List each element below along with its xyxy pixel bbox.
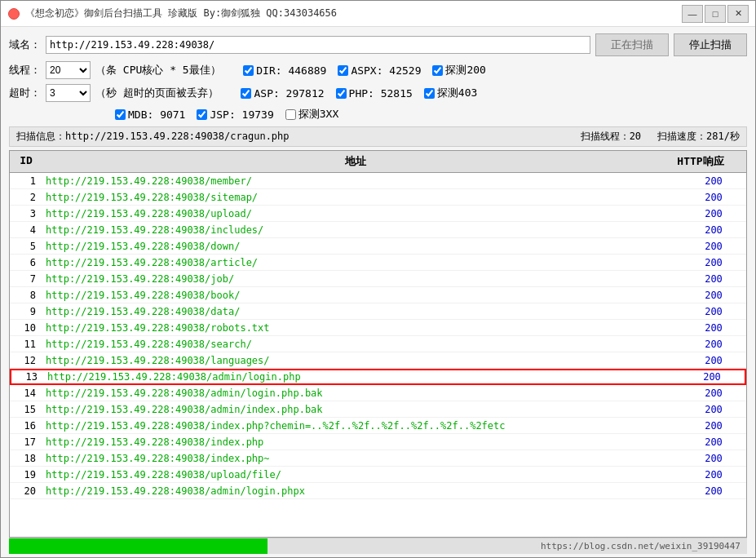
domain-row: 域名： 正在扫描 停止扫描 bbox=[9, 33, 747, 56]
jsp-checkbox[interactable] bbox=[197, 109, 207, 120]
minimize-button[interactable]: — bbox=[682, 5, 703, 23]
cell-addr: http://219.153.49.228:49038/admin/login.… bbox=[44, 370, 679, 383]
php-checkbox-item: PHP: 52815 bbox=[336, 87, 413, 100]
table-row[interactable]: 18 http://219.153.49.228:49038/index.php… bbox=[10, 450, 746, 467]
table-row[interactable]: 3 http://219.153.49.228:49038/upload/ 20… bbox=[10, 206, 746, 222]
scan-button[interactable]: 正在扫描 bbox=[595, 33, 669, 56]
table-row[interactable]: 6 http://219.153.49.228:49038/article/ 2… bbox=[10, 255, 746, 271]
cell-addr: http://219.153.49.228:49038/index.php?ch… bbox=[42, 419, 681, 432]
timeout-select[interactable]: 3 5 10 bbox=[46, 84, 91, 102]
detect403-checkbox-item: 探测403 bbox=[424, 86, 477, 100]
cell-http: 200 bbox=[681, 419, 746, 432]
table-row[interactable]: 12 http://219.153.49.228:49038/languages… bbox=[10, 352, 746, 369]
progress-text: https://blog.csdn.net/weixin_39190447 bbox=[541, 541, 741, 551]
php-checkbox[interactable] bbox=[336, 88, 347, 99]
cell-id: 4 bbox=[10, 224, 42, 237]
cell-id: 19 bbox=[10, 468, 42, 481]
table-row[interactable]: 15 http://219.153.49.228:49038/admin/ind… bbox=[10, 401, 746, 418]
table-row[interactable]: 16 http://219.153.49.228:49038/index.php… bbox=[10, 418, 746, 434]
table-row[interactable]: 9 http://219.153.49.228:49038/data/ 200 bbox=[10, 303, 746, 320]
asp-checkbox-item: ASP: 297812 bbox=[241, 87, 324, 100]
detect200-checkbox-item: 探测200 bbox=[432, 63, 485, 78]
asp-checkbox[interactable] bbox=[241, 88, 251, 99]
dir-checkbox[interactable] bbox=[243, 65, 254, 76]
table-row[interactable]: 19 http://219.153.49.228:49038/upload/fi… bbox=[10, 467, 746, 483]
domain-input[interactable] bbox=[46, 36, 590, 54]
table-row[interactable]: 20 http://219.153.49.228:49038/admin/log… bbox=[10, 483, 746, 499]
cell-addr: http://219.153.49.228:49038/admin/login.… bbox=[42, 387, 681, 400]
maximize-button[interactable]: □ bbox=[705, 5, 726, 23]
cell-addr: http://219.153.49.228:49038/job/ bbox=[42, 272, 681, 286]
cell-addr: http://219.153.49.228:49038/sitemap/ bbox=[42, 191, 681, 204]
table-row[interactable]: 8 http://219.153.49.228:49038/book/ 200 bbox=[10, 287, 746, 303]
cell-addr: http://219.153.49.228:49038/admin/index.… bbox=[42, 403, 681, 416]
table-row[interactable]: 7 http://219.153.49.228:49038/job/ 200 bbox=[10, 271, 746, 287]
progress-bar-fill bbox=[9, 538, 267, 554]
mdb-checkbox[interactable] bbox=[115, 109, 126, 120]
close-button[interactable]: ✕ bbox=[727, 5, 749, 23]
cell-http: 200 bbox=[681, 207, 746, 220]
detect3xx-checkbox-item: 探测3XX bbox=[285, 107, 338, 122]
window-controls: — □ ✕ bbox=[682, 5, 749, 23]
cell-addr: http://219.153.49.228:49038/article/ bbox=[42, 256, 681, 269]
cell-http: 200 bbox=[681, 305, 746, 318]
cell-addr: http://219.153.49.228:49038/down/ bbox=[42, 240, 681, 253]
title-bar: 《想念初恋》御剑后台扫描工具 珍藏版 By:御剑狐独 QQ:343034656 … bbox=[1, 1, 755, 27]
table-header: ID 地址 HTTP响应 bbox=[10, 151, 746, 173]
header-addr: 地址 bbox=[42, 153, 668, 170]
cell-addr: http://219.153.49.228:49038/search/ bbox=[42, 338, 681, 351]
cell-http: 200 bbox=[681, 436, 746, 449]
cell-id: 5 bbox=[10, 240, 42, 253]
cell-id: 13 bbox=[11, 370, 44, 383]
cell-id: 20 bbox=[10, 485, 42, 498]
table-row[interactable]: 13 http://219.153.49.228:49038/admin/log… bbox=[10, 369, 746, 385]
aspx-label: ASPX: 42529 bbox=[351, 64, 421, 77]
table-row[interactable]: 1 http://219.153.49.228:49038/member/ 20… bbox=[10, 173, 746, 189]
detect403-checkbox[interactable] bbox=[424, 88, 435, 99]
timeout-note: （秒 超时的页面被丢弃） bbox=[95, 86, 219, 100]
cell-addr: http://219.153.49.228:49038/member/ bbox=[42, 175, 681, 188]
cell-http: 200 bbox=[681, 452, 746, 465]
cell-addr: http://219.153.49.228:49038/upload/file/ bbox=[42, 468, 681, 481]
table-row[interactable]: 10 http://219.153.49.228:49038/robots.tx… bbox=[10, 320, 746, 336]
detect403-label: 探测403 bbox=[437, 86, 477, 100]
cell-http: 200 bbox=[681, 485, 746, 498]
cell-id: 10 bbox=[10, 321, 42, 334]
php-label: PHP: 52815 bbox=[349, 87, 413, 100]
cell-http: 200 bbox=[681, 387, 746, 400]
detect200-checkbox[interactable] bbox=[432, 65, 443, 76]
cell-id: 1 bbox=[10, 175, 42, 188]
cell-addr: http://219.153.49.228:49038/book/ bbox=[42, 289, 681, 302]
cell-http: 200 bbox=[681, 468, 746, 481]
stop-button[interactable]: 停止扫描 bbox=[674, 33, 747, 56]
scan-thread-info: 扫描线程：20 bbox=[581, 130, 641, 144]
cell-http: 200 bbox=[681, 256, 746, 269]
cell-id: 8 bbox=[10, 289, 42, 302]
table-row[interactable]: 4 http://219.153.49.228:49038/includes/ … bbox=[10, 222, 746, 238]
cell-http: 200 bbox=[681, 403, 746, 416]
table-row[interactable]: 5 http://219.153.49.228:49038/down/ 200 bbox=[10, 238, 746, 255]
table-row[interactable]: 14 http://219.153.49.228:49038/admin/log… bbox=[10, 385, 746, 401]
aspx-checkbox[interactable] bbox=[338, 65, 348, 76]
thread-note: （条 CPU核心 * 5最佳） bbox=[95, 63, 221, 78]
cell-id: 16 bbox=[10, 419, 42, 432]
scan-info-right: 扫描线程：20 扫描速度：281/秒 bbox=[581, 130, 740, 144]
cell-addr: http://219.153.49.228:49038/languages/ bbox=[42, 354, 681, 367]
table-row[interactable]: 2 http://219.153.49.228:49038/sitemap/ 2… bbox=[10, 189, 746, 206]
cell-id: 3 bbox=[10, 207, 42, 220]
thread-select[interactable]: 20 10 50 bbox=[46, 61, 91, 79]
cell-http: 200 bbox=[681, 321, 746, 334]
table-row[interactable]: 11 http://219.153.49.228:49038/search/ 2… bbox=[10, 336, 746, 352]
cell-id: 17 bbox=[10, 436, 42, 449]
cell-addr: http://219.153.49.228:49038/index.php~ bbox=[42, 452, 681, 465]
cell-id: 18 bbox=[10, 452, 42, 465]
cell-id: 15 bbox=[10, 403, 42, 416]
table-body[interactable]: 1 http://219.153.49.228:49038/member/ 20… bbox=[10, 173, 746, 537]
extra-row: MDB: 9071 JSP: 19739 探测3XX bbox=[115, 107, 747, 122]
table-row[interactable]: 17 http://219.153.49.228:49038/index.php… bbox=[10, 434, 746, 450]
scan-info-url: 扫描信息：http://219.153.49.228:49038/cragun.… bbox=[16, 130, 290, 144]
dir-label: DIR: 446889 bbox=[256, 64, 326, 77]
cell-http: 200 bbox=[681, 338, 746, 351]
detect3xx-checkbox[interactable] bbox=[285, 109, 296, 120]
mdb-checkbox-item: MDB: 9071 bbox=[115, 108, 185, 121]
